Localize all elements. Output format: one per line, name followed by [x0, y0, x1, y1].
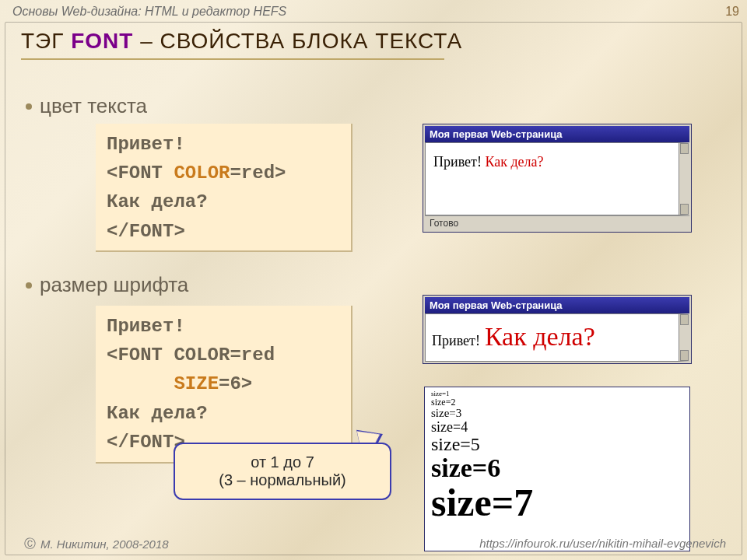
title-underline [21, 58, 444, 60]
bullet-dot-icon [26, 103, 32, 110]
browser2-titlebar: Моя первая Web-страница [425, 297, 689, 313]
browser2-viewport: Привет! Как дела? [425, 313, 689, 362]
code2-l3a [107, 373, 174, 394]
slide: Основы Web-дизайна: HTML и редактор HEFS… [0, 0, 747, 560]
slide-content: цвет текста Привет! <FONT COLOR=red> Как… [26, 94, 726, 523]
code1-l1: Привет! [107, 134, 185, 155]
size-6: size=6 [431, 454, 683, 482]
callout-line2: (3 – нормальный) [219, 471, 346, 489]
preview1-text-black: Привет! [433, 154, 485, 170]
code1-l2a: <FONT [107, 163, 174, 184]
code2-l2: <FONT COLOR=red [107, 345, 275, 366]
code2-l3b: SIZE [174, 373, 219, 394]
code-example-color: Привет! <FONT COLOR=red> Как дела? </FON… [96, 124, 352, 252]
preview2-text-red: Как дела? [485, 322, 595, 352]
course-title: Основы Web-дизайна: HTML и редактор HEFS [12, 5, 286, 19]
code1-l2b: COLOR [174, 163, 230, 184]
size-4: size=4 [431, 420, 683, 435]
bullet-dot-icon [26, 282, 32, 289]
size-range-callout: от 1 до 7 (3 – нормальный) [174, 443, 391, 500]
size-7: size=7 [431, 482, 683, 523]
scrollbar-icon [679, 314, 689, 361]
bullet-color: цвет текста [26, 94, 147, 118]
code1-l2c: =red> [230, 163, 286, 184]
footer-url: https://infourok.ru/user/nikitin-mihail-… [479, 537, 726, 551]
code-example-size: Привет! <FONT COLOR=red SIZE=6> Как дела… [96, 306, 352, 464]
code2-l3c: =6> [219, 373, 252, 394]
bullet-size-text: размер шрифта [40, 273, 188, 297]
title-keyword: FONT [71, 29, 133, 53]
title-prefix: ТЭГ [21, 29, 71, 53]
callout-line1: от 1 до 7 [251, 453, 314, 471]
preview2-text-black: Привет! [432, 333, 480, 349]
size-3: size=3 [431, 408, 683, 420]
size-1: size=1 [431, 390, 683, 397]
slide-footer: Ⓒ М. Никитин, 2008-2018 https://infourok… [24, 537, 726, 551]
browser1-titlebar: Моя первая Web-страница [425, 126, 689, 142]
scrollbar-icon [679, 143, 689, 215]
size-2: size=2 [431, 397, 683, 408]
title-suffix: – СВОЙСТВА БЛОКА ТЕКСТА [133, 29, 462, 53]
browser-preview-size: Моя первая Web-страница Привет! Как дела… [423, 295, 692, 364]
bullet-size: размер шрифта [26, 273, 188, 297]
footer-author: М. Никитин, 2008-2018 [40, 537, 169, 551]
bullet-color-text: цвет текста [40, 94, 147, 118]
preview1-text-red: Как дела? [485, 154, 543, 170]
copyright-icon: Ⓒ [24, 537, 36, 551]
slide-title: ТЭГ FONT – СВОЙСТВА БЛОКА ТЕКСТА [21, 29, 726, 60]
code1-l3: Как дела? [107, 191, 208, 212]
browser1-status: Готово [425, 215, 689, 230]
browser-preview-color: Моя первая Web-страница Привет! Как дела… [423, 124, 692, 233]
header-bar: Основы Web-дизайна: HTML и редактор HEFS… [0, 0, 747, 22]
page-number: 19 [725, 5, 739, 19]
code1-l4: </FONT> [107, 221, 185, 242]
slide-frame: ТЭГ FONT – СВОЙСТВА БЛОКА ТЕКСТА цвет те… [5, 22, 742, 555]
code2-l1: Привет! [107, 316, 185, 337]
size-5: size=5 [431, 435, 683, 454]
code2-l4: Как дела? [107, 403, 208, 424]
browser1-viewport: Привет! Как дела? [425, 142, 689, 215]
font-size-ladder: size=1 size=2 size=3 size=4 size=5 size=… [424, 387, 690, 551]
